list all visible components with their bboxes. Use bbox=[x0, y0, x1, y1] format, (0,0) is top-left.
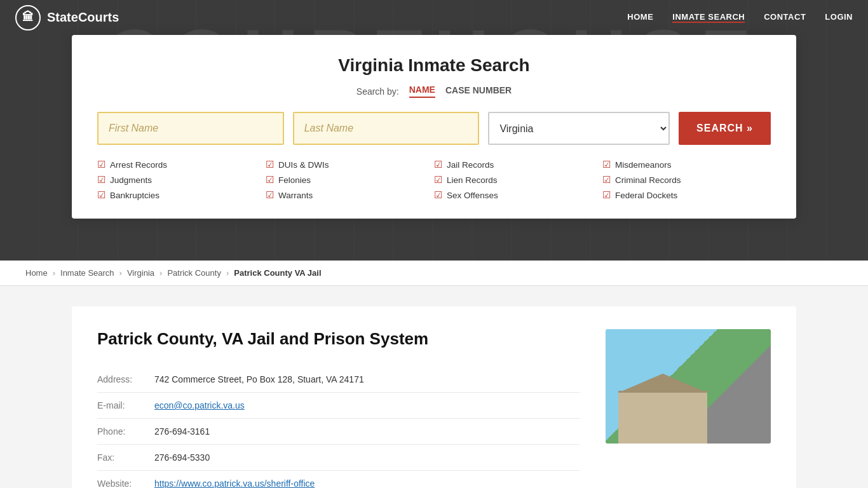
search-by-row: Search by: NAME CASE NUMBER bbox=[97, 85, 771, 98]
info-label: Fax: bbox=[97, 445, 154, 471]
breadcrumb-separator: › bbox=[226, 268, 229, 278]
facility-image bbox=[606, 329, 771, 444]
brand-name: StateCourts bbox=[47, 10, 119, 25]
info-label: Website: bbox=[97, 471, 154, 489]
checkbox-icon: ☑ bbox=[602, 189, 611, 201]
search-card: Virginia Inmate Search Search by: NAME C… bbox=[72, 35, 796, 219]
info-value: 276-694-3161 bbox=[154, 419, 580, 445]
content-main: Patrick County, VA Jail and Prison Syste… bbox=[97, 329, 580, 488]
checkbox-label: DUIs & DWIs bbox=[278, 160, 329, 170]
checkbox-item: ☑Bankruptcies bbox=[97, 189, 266, 201]
checkbox-icon: ☑ bbox=[434, 159, 442, 170]
breadcrumb-link[interactable]: Patrick County bbox=[167, 268, 221, 278]
breadcrumb-separator: › bbox=[53, 268, 55, 278]
search-inputs: AlabamaAlaskaArizonaArkansasCaliforniaCo… bbox=[97, 112, 771, 145]
table-row: Phone:276-694-3161 bbox=[97, 419, 580, 445]
checkbox-item: ☑Lien Records bbox=[434, 174, 602, 186]
info-table: Address:742 Commerce Street, Po Box 128,… bbox=[97, 367, 580, 488]
first-name-input[interactable] bbox=[97, 112, 284, 145]
nav-inmate-search[interactable]: INMATE SEARCH bbox=[672, 12, 745, 23]
breadcrumb-current: Patrick County VA Jail bbox=[234, 268, 321, 278]
checkbox-icon: ☑ bbox=[434, 174, 442, 186]
search-by-label: Search by: bbox=[356, 86, 399, 97]
checkbox-item: ☑Arrest Records bbox=[97, 159, 266, 170]
breadcrumb-link[interactable]: Inmate Search bbox=[60, 268, 114, 278]
checkbox-icon: ☑ bbox=[602, 174, 611, 186]
brand-logo[interactable]: 🏛 StateCourts bbox=[15, 5, 119, 30]
checkbox-icon: ☑ bbox=[97, 189, 105, 201]
info-value: 742 Commerce Street, Po Box 128, Stuart,… bbox=[154, 367, 580, 393]
table-row: Website:https://www.co.patrick.va.us/she… bbox=[97, 471, 580, 489]
checkbox-label: Sex Offenses bbox=[447, 191, 498, 200]
checkbox-item: ☑Sex Offenses bbox=[434, 189, 602, 201]
checkbox-label: Warrants bbox=[278, 191, 313, 200]
checkbox-item: ☑Jail Records bbox=[434, 159, 602, 170]
table-row: Address:742 Commerce Street, Po Box 128,… bbox=[97, 367, 580, 393]
checkbox-item: ☑Judgments bbox=[97, 174, 266, 186]
content-inner: Patrick County, VA Jail and Prison Syste… bbox=[72, 306, 796, 488]
info-link[interactable]: https://www.co.patrick.va.us/sheriff-off… bbox=[154, 478, 315, 488]
checkbox-icon: ☑ bbox=[97, 159, 105, 170]
info-label: Phone: bbox=[97, 419, 154, 445]
checkbox-item: ☑Misdemeanors bbox=[602, 159, 771, 170]
checkbox-item: ☑Criminal Records bbox=[602, 174, 771, 186]
checkbox-item: ☑Felonies bbox=[266, 174, 434, 186]
info-value[interactable]: econ@co.patrick.va.us bbox=[154, 393, 580, 419]
navbar: 🏛 StateCourts HOME INMATE SEARCH CONTACT… bbox=[0, 0, 868, 35]
nav-links: HOME INMATE SEARCH CONTACT LOGIN bbox=[627, 12, 853, 23]
nav-home[interactable]: HOME bbox=[627, 12, 653, 23]
checkbox-icon: ☑ bbox=[97, 174, 105, 186]
checkbox-icon: ☑ bbox=[266, 159, 274, 170]
checkbox-icon: ☑ bbox=[266, 189, 274, 201]
info-label: Address: bbox=[97, 367, 154, 393]
last-name-input[interactable] bbox=[293, 112, 480, 145]
nav-login[interactable]: LOGIN bbox=[825, 12, 853, 23]
facility-title: Patrick County, VA Jail and Prison Syste… bbox=[97, 329, 580, 349]
table-row: Fax:276-694-5330 bbox=[97, 445, 580, 471]
checkbox-label: Judgments bbox=[110, 175, 152, 185]
logo-icon: 🏛 bbox=[15, 5, 41, 30]
checkbox-item: ☑Federal Dockets bbox=[602, 189, 771, 201]
breadcrumb-separator: › bbox=[119, 268, 122, 278]
info-value: 276-694-5330 bbox=[154, 445, 580, 471]
checkbox-icon: ☑ bbox=[434, 189, 442, 201]
checkbox-label: Misdemeanors bbox=[615, 160, 672, 170]
info-link[interactable]: econ@co.patrick.va.us bbox=[154, 400, 245, 410]
checkbox-label: Federal Dockets bbox=[615, 191, 677, 200]
checkbox-label: Lien Records bbox=[447, 175, 498, 185]
content-area: Patrick County, VA Jail and Prison Syste… bbox=[0, 286, 868, 488]
breadcrumb-link[interactable]: Home bbox=[25, 268, 48, 278]
content-layout: Patrick County, VA Jail and Prison Syste… bbox=[97, 329, 771, 488]
info-label: E-mail: bbox=[97, 393, 154, 419]
checkbox-icon: ☑ bbox=[602, 159, 611, 170]
breadcrumb: Home›Inmate Search›Virginia›Patrick Coun… bbox=[0, 261, 868, 286]
checkbox-label: Felonies bbox=[278, 175, 311, 185]
breadcrumb-separator: › bbox=[159, 268, 162, 278]
nav-contact[interactable]: CONTACT bbox=[764, 12, 806, 23]
search-title: Virginia Inmate Search bbox=[97, 55, 771, 76]
checkbox-icon: ☑ bbox=[266, 174, 274, 186]
checkbox-label: Criminal Records bbox=[615, 175, 681, 185]
checkbox-label: Arrest Records bbox=[110, 160, 167, 170]
checkbox-label: Bankruptcies bbox=[110, 191, 159, 200]
checkboxes-grid: ☑Arrest Records☑DUIs & DWIs☑Jail Records… bbox=[97, 159, 771, 201]
state-select[interactable]: AlabamaAlaskaArizonaArkansasCaliforniaCo… bbox=[488, 112, 670, 145]
table-row: E-mail:econ@co.patrick.va.us bbox=[97, 393, 580, 419]
info-value[interactable]: https://www.co.patrick.va.us/sheriff-off… bbox=[154, 471, 580, 489]
checkbox-item: ☑Warrants bbox=[266, 189, 434, 201]
tab-name[interactable]: NAME bbox=[409, 85, 435, 98]
breadcrumb-link[interactable]: Virginia bbox=[127, 268, 154, 278]
search-button[interactable]: SEARCH » bbox=[679, 112, 771, 145]
tab-case-number[interactable]: CASE NUMBER bbox=[445, 85, 512, 97]
checkbox-item: ☑DUIs & DWIs bbox=[266, 159, 434, 170]
checkbox-label: Jail Records bbox=[447, 160, 494, 170]
